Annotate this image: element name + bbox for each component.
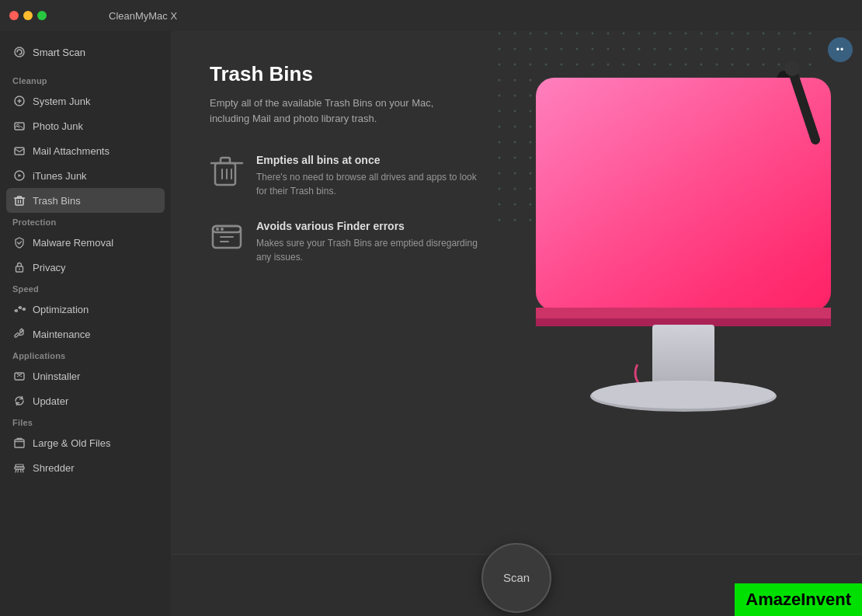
mail-icon [12,144,26,158]
photo-junk-icon [12,119,26,133]
system-junk-icon [12,94,26,108]
avoids-errors-text: Avoids various Finder errors Makes sure … [256,220,481,264]
sidebar-item-large-old-files[interactable]: Large & Old Files [0,430,171,455]
large-old-files-label: Large & Old Files [33,437,110,449]
svg-rect-30 [215,163,235,185]
watermark: AmazeInvent [735,583,862,616]
avoids-errors-desc: Makes sure your Trash Bins are emptied d… [256,236,481,264]
section-speed: Speed [0,280,171,297]
optimization-icon [12,302,26,316]
page-title: Trash Bins [210,62,823,86]
content-area: Trash Bins Empty all of the available Tr… [171,31,862,554]
empties-all-text: Empties all bins at once There's no need… [256,154,481,198]
page-description: Empty all of the available Trash Bins on… [210,96,474,126]
avoids-errors-title: Avoids various Finder errors [256,220,481,232]
empties-all-title: Empties all bins at once [256,154,481,166]
updater-icon [12,394,26,408]
shredder-icon [12,461,26,475]
sidebar-item-itunes-junk[interactable]: iTunes Junk [0,163,171,188]
avoids-errors-icon [210,220,244,254]
scan-button[interactable]: Scan [481,543,551,613]
sidebar-item-maintenance[interactable]: Maintenance [0,322,171,346]
feature-item-avoids-errors: Avoids various Finder errors Makes sure … [210,220,481,264]
svg-point-8 [19,269,20,270]
svg-rect-13 [15,440,24,447]
sidebar-item-optimization[interactable]: Optimization [0,297,171,322]
sidebar-item-photo-junk[interactable]: Photo Junk [0,113,171,138]
system-junk-label: System Junk [33,96,90,107]
svg-point-0 [15,47,24,57]
itunes-junk-label: iTunes Junk [33,170,87,182]
traffic-lights [9,11,47,20]
trash-bins-label: Trash Bins [33,195,81,207]
empties-all-icon [210,154,244,188]
svg-rect-15 [16,465,23,467]
sidebar-item-uninstaller[interactable]: Uninstaller [0,364,171,388]
section-applications: Applications [0,346,171,364]
svg-point-34 [221,228,224,231]
title-bar: CleanMyMac X [0,0,862,31]
sidebar-item-privacy[interactable]: Privacy [0,255,171,280]
svg-rect-12 [15,373,24,380]
maximize-button[interactable] [37,11,47,20]
mail-attachments-label: Mail Attachments [33,145,109,157]
sidebar-item-smart-scan[interactable]: Smart Scan [0,39,171,65]
sidebar-item-trash-bins[interactable]: Trash Bins [6,188,165,213]
photo-junk-label: Photo Junk [33,120,83,132]
app-title: CleanMyMac X [109,10,177,22]
maintenance-icon [12,327,26,341]
smart-scan-icon [12,45,26,59]
sidebar: Smart Scan Cleanup System Junk Photo Jun… [0,31,171,616]
section-protection: Protection [0,213,171,230]
sidebar-item-updater[interactable]: Updater [0,388,171,413]
svg-rect-6 [16,198,23,205]
trash-bins-icon [12,193,26,207]
sidebar-item-system-junk[interactable]: System Junk [0,89,171,113]
empties-all-desc: There's no need to browse all drives and… [256,170,481,198]
shredder-label: Shredder [33,462,74,474]
sidebar-item-mail-attachments[interactable]: Mail Attachments [0,138,171,163]
section-cleanup: Cleanup [0,71,171,89]
privacy-icon [12,260,26,274]
sidebar-item-shredder[interactable]: Shredder [0,455,171,480]
section-files: Files [0,413,171,430]
svg-rect-4 [15,148,24,155]
itunes-icon [12,169,26,183]
uninstaller-icon [12,369,26,383]
optimization-label: Optimization [33,304,89,315]
privacy-label: Privacy [33,262,66,273]
updater-label: Updater [33,395,68,407]
sidebar-item-malware-removal[interactable]: Malware Removal [0,230,171,255]
top-right-button[interactable]: •• [828,37,853,62]
scan-label: Scan [503,571,530,584]
maintenance-label: Maintenance [33,329,90,340]
smart-scan-label: Smart Scan [33,47,85,58]
malware-removal-label: Malware Removal [33,237,113,249]
feature-list: Empties all bins at once There's no need… [210,154,481,264]
files-icon [12,436,26,450]
app-container: Smart Scan Cleanup System Junk Photo Jun… [0,31,862,616]
dots-icon: •• [836,44,844,55]
minimize-button[interactable] [23,11,33,20]
main-content: •• [171,31,862,616]
malware-icon [12,235,26,249]
uninstaller-label: Uninstaller [33,371,80,382]
svg-point-33 [216,228,219,231]
close-button[interactable] [9,11,19,20]
feature-item-empties-all: Empties all bins at once There's no need… [210,154,481,198]
